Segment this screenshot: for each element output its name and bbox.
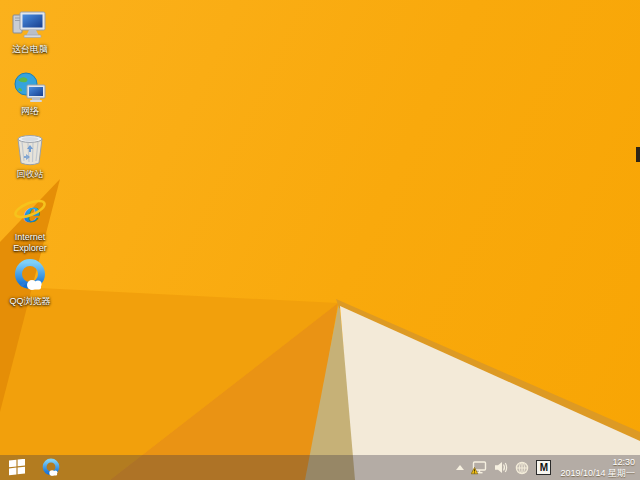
desktop-icon-recycle-bin[interactable]: 回收站	[2, 131, 58, 180]
system-tray: M 12:30 2019/10/14 星期一	[456, 457, 640, 479]
desktop-icon-network[interactable]: 网络	[2, 68, 58, 117]
desktop: 这台电脑 网络	[0, 0, 640, 480]
clock-date: 2019/10/14 星期一	[560, 468, 635, 479]
screen-edge-artifact	[636, 147, 640, 162]
desktop-icon-label: 这台电脑	[2, 44, 58, 55]
volume-icon[interactable]	[494, 461, 508, 474]
internet-explorer-icon: e	[2, 194, 58, 230]
desktop-icon-label: 网络	[2, 106, 58, 117]
desktop-icon-label: QQ浏览器	[2, 296, 58, 307]
desktop-icon-label: 回收站	[2, 169, 58, 180]
ime-mode-indicator[interactable]: M	[536, 460, 551, 475]
qq-browser-icon	[41, 458, 61, 478]
clock-time: 12:30	[560, 457, 635, 468]
sphere-input-icon[interactable]	[515, 461, 529, 475]
hidden-icons-chevron-icon[interactable]	[456, 465, 464, 470]
desktop-icon-qq-browser[interactable]: QQ浏览器	[2, 258, 58, 307]
taskbar-app-qq-browser[interactable]	[36, 455, 66, 480]
taskbar-clock[interactable]: 12:30 2019/10/14 星期一	[560, 457, 635, 479]
this-pc-icon	[2, 6, 58, 42]
network-icon	[2, 68, 58, 104]
windows-logo-icon	[9, 459, 26, 476]
recycle-bin-icon	[2, 131, 58, 167]
desktop-icon-label: Internet Explorer	[2, 232, 58, 254]
network-warning-icon[interactable]	[471, 461, 487, 475]
taskbar: M 12:30 2019/10/14 星期一	[0, 455, 640, 480]
start-button[interactable]	[0, 455, 34, 480]
desktop-icon-this-pc[interactable]: 这台电脑	[2, 6, 58, 55]
qq-browser-icon	[2, 258, 58, 294]
desktop-icon-internet-explorer[interactable]: e Internet Explorer	[2, 194, 58, 254]
